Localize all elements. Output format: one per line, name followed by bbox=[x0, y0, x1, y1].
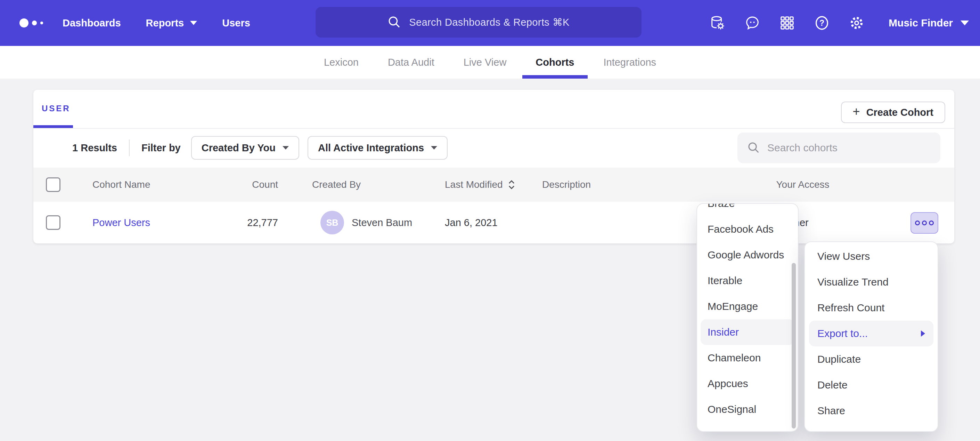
submenu-item-insider[interactable]: Insider bbox=[701, 319, 794, 345]
submenu-item-onesignal[interactable]: OneSignal bbox=[697, 396, 798, 422]
results-count: 1 Results bbox=[72, 142, 117, 154]
app-root: Dashboards Reports Users Search Dashboar… bbox=[0, 0, 980, 441]
tab-label: Integrations bbox=[604, 57, 657, 68]
submenu-item-google-adwords[interactable]: Google Adwords bbox=[697, 242, 798, 268]
menu-item-duplicate[interactable]: Duplicate bbox=[805, 347, 938, 372]
cohort-name-link[interactable]: Power Users bbox=[92, 217, 150, 228]
tab-user-cohorts[interactable]: USER bbox=[42, 104, 70, 113]
menu-item-refresh-count[interactable]: Refresh Count bbox=[805, 295, 938, 321]
section-tabs: LexiconData AuditLive ViewCohortsIntegra… bbox=[0, 46, 980, 78]
submenu-scrollbar-thumb[interactable] bbox=[792, 263, 796, 428]
row-checkbox-cell bbox=[33, 215, 80, 230]
submenu-item-label: MoEngage bbox=[708, 300, 758, 312]
menu-item-share[interactable]: Share bbox=[805, 398, 938, 423]
card-header: USER + Create Cohort bbox=[33, 90, 954, 128]
nav-item-users[interactable]: Users bbox=[222, 18, 250, 29]
menu-item-label: View Users bbox=[817, 251, 870, 262]
submenu-item-label: Insider bbox=[708, 326, 739, 338]
data-management-icon[interactable] bbox=[709, 14, 726, 31]
menu-item-view-users[interactable]: View Users bbox=[805, 243, 938, 269]
submenu-item-appcues[interactable]: Appcues bbox=[697, 371, 798, 396]
chevron-down-icon bbox=[190, 21, 197, 25]
submenu-item-label: OneSignal bbox=[708, 403, 756, 415]
column-header-your-access: Your Access bbox=[723, 179, 883, 190]
submenu-item-label: Iterable bbox=[708, 275, 742, 287]
tab-label: Live View bbox=[464, 57, 507, 68]
chevron-down-icon bbox=[283, 146, 289, 150]
question-circle-glyph: ? bbox=[813, 14, 830, 31]
plus-icon: + bbox=[853, 105, 860, 118]
apps-grid-icon[interactable] bbox=[779, 14, 795, 31]
created-by-name: Steven Baum bbox=[352, 217, 412, 228]
submenu-item-iterable[interactable]: Iterable bbox=[697, 268, 798, 294]
global-search-placeholder: Search Dashboards & Reports ⌘K bbox=[409, 16, 570, 28]
created-by-filter-dropdown[interactable]: Created By You bbox=[191, 136, 299, 160]
global-search-bar[interactable]: Search Dashboards & Reports ⌘K bbox=[315, 7, 641, 38]
select-all-checkbox[interactable] bbox=[46, 177, 60, 192]
submenu-item-label: Chameleon bbox=[708, 352, 761, 364]
feedback-icon[interactable] bbox=[744, 14, 761, 31]
menu-item-label: Share bbox=[817, 405, 845, 417]
tab-lexicon[interactable]: Lexicon bbox=[324, 46, 359, 78]
submenu-item-label: Braze bbox=[708, 203, 735, 209]
speech-bubble-glyph bbox=[745, 15, 760, 31]
gear-glyph bbox=[848, 14, 865, 31]
grid-glyph bbox=[779, 15, 795, 31]
integrations-filter-dropdown[interactable]: All Active Integrations bbox=[307, 136, 448, 160]
search-icon bbox=[747, 141, 760, 154]
nav-item-label: Users bbox=[222, 18, 250, 29]
divider bbox=[129, 139, 130, 156]
row-checkbox[interactable] bbox=[46, 215, 60, 230]
submenu-item-chameleon[interactable]: Chameleon bbox=[697, 345, 798, 371]
column-header-description: Description bbox=[535, 179, 723, 190]
ellipsis-dot-icon bbox=[922, 220, 927, 225]
search-icon bbox=[388, 15, 401, 29]
database-gear-glyph bbox=[710, 15, 725, 31]
row-actions-button[interactable] bbox=[910, 212, 938, 234]
logo-dot-large bbox=[19, 18, 29, 27]
filter-by-label: Filter by bbox=[142, 142, 181, 154]
created-by-filter-label: Created By You bbox=[202, 142, 275, 154]
column-header-last-modified[interactable]: Last Modified bbox=[438, 179, 535, 190]
row-context-menu: View UsersVisualize TrendRefresh CountEx… bbox=[804, 241, 938, 432]
export-submenu: BrazeFacebook AdsGoogle AdwordsIterableM… bbox=[697, 203, 799, 432]
submenu-arrow-icon bbox=[921, 331, 925, 337]
submenu-item-braze[interactable]: Braze bbox=[697, 203, 798, 216]
menu-item-label: Visualize Trend bbox=[817, 276, 889, 288]
svg-text:?: ? bbox=[819, 18, 824, 27]
table-row: Power Users 22,777 SB Steven Baum Jan 6,… bbox=[33, 202, 954, 243]
tab-label: Data Audit bbox=[388, 57, 434, 68]
settings-gear-icon[interactable] bbox=[848, 14, 865, 31]
header-checkbox-cell bbox=[33, 177, 80, 192]
logo-dot-small bbox=[40, 22, 43, 24]
menu-item-delete[interactable]: Delete bbox=[805, 372, 938, 398]
filter-bar: 1 Results Filter by Created By You All A… bbox=[33, 128, 954, 168]
cohorts-card: USER + Create Cohort 1 Results Filter by… bbox=[33, 90, 954, 243]
cohort-search-field[interactable] bbox=[737, 133, 940, 163]
tab-integrations[interactable]: Integrations bbox=[604, 46, 657, 78]
mixpanel-logo-icon[interactable] bbox=[19, 18, 43, 27]
column-header-created-by: Created By bbox=[285, 179, 438, 190]
tab-data-audit[interactable]: Data Audit bbox=[388, 46, 434, 78]
menu-item-visualize-trend[interactable]: Visualize Trend bbox=[805, 269, 938, 295]
project-switcher[interactable]: Music Finder bbox=[889, 17, 969, 29]
cohort-search-input[interactable] bbox=[767, 142, 920, 154]
nav-item-label: Reports bbox=[146, 18, 184, 29]
menu-item-export-to[interactable]: Export to... bbox=[809, 321, 934, 347]
create-cohort-button[interactable]: + Create Cohort bbox=[841, 102, 945, 123]
submenu-item-facebook-ads[interactable]: Facebook Ads bbox=[697, 216, 798, 242]
submenu-item-moengage[interactable]: MoEngage bbox=[697, 294, 798, 319]
tab-label: Cohorts bbox=[536, 57, 574, 68]
help-icon[interactable]: ? bbox=[813, 14, 830, 31]
menu-item-label: Duplicate bbox=[817, 353, 861, 365]
cohort-count: 22,777 bbox=[229, 217, 285, 228]
nav-item-dashboards[interactable]: Dashboards bbox=[62, 18, 121, 29]
chevron-down-icon bbox=[431, 146, 437, 150]
nav-item-reports[interactable]: Reports bbox=[146, 18, 197, 29]
chevron-down-icon bbox=[961, 21, 969, 26]
created-by-cell: SB Steven Baum bbox=[285, 211, 438, 235]
tab-live-view[interactable]: Live View bbox=[464, 46, 507, 78]
submenu-item-label: Appcues bbox=[708, 378, 748, 390]
tab-cohorts[interactable]: Cohorts bbox=[536, 46, 574, 78]
top-nav-items: Dashboards Reports Users bbox=[62, 18, 250, 29]
